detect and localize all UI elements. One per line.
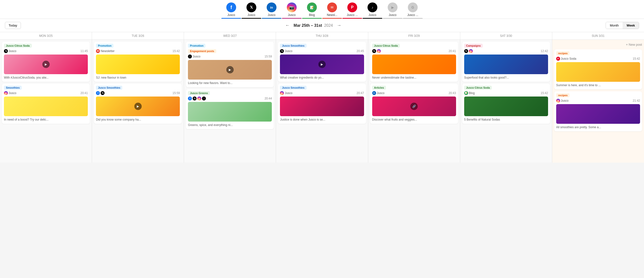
post-meta: ◎ Jusco 20:41 <box>4 91 88 95</box>
post-text: In need of a boost? Try our delic... <box>4 118 88 122</box>
nl-social-icon: ✉ <box>96 49 100 53</box>
day-header-thu: THU 3/28 <box>276 32 368 39</box>
blog-icon: 📝 <box>307 2 317 12</box>
post-tag: Jusco Citrus Soda <box>372 44 400 48</box>
post-text: Greens, spice, and everything ni... <box>188 123 272 127</box>
video-icon: ▶ <box>134 103 142 110</box>
post-card[interactable]: Promotion ✉ Newsletter 15:42 SJ: new fla… <box>94 42 182 82</box>
tt-icon: ♪ <box>368 2 377 12</box>
fb-icon: f <box>226 2 236 12</box>
post-card[interactable]: Jusco Smoothies ◎ Jusco 20:47 Justice is… <box>278 84 366 124</box>
post-tag: Jusco Greens <box>188 91 210 95</box>
post-icons: in Jusco <box>372 91 384 95</box>
post-text: All smoothies are pretty. Some a... <box>556 125 640 130</box>
post-card[interactable]: Jusco Smoothies 𝕏 Jusco 20:45 ▶ What cre… <box>278 42 366 82</box>
post-image <box>556 62 640 82</box>
post-meta: 𝕏 ◎ 20:41 <box>372 49 456 53</box>
post-card[interactable]: recipes P Jusco Soda 15:42 Summer is her… <box>554 49 642 89</box>
post-icons: 𝕏 Jusco <box>4 49 16 53</box>
post-image <box>464 97 548 116</box>
tt-bar <box>362 18 382 19</box>
account-name: Jusco <box>284 91 292 95</box>
post-card[interactable]: Jusco Citrus Soda 📝 Blog 15:42 5 Benefit… <box>462 84 550 124</box>
nav-account-x-label: Jusco <box>248 13 255 17</box>
day-col-wed: Promotion Engagement posts ♪ Jusco 15:59… <box>184 40 276 162</box>
day-header-sat: SAT 3/30 <box>460 32 552 39</box>
nav-account-yt-label: Jusco <box>389 13 396 17</box>
prev-arrow[interactable]: ← <box>285 23 290 28</box>
post-meta: ♪ Jusco 15:59 <box>188 54 272 58</box>
post-card[interactable]: Campaigns 𝕏 ◎ 12:42 Superfood that also … <box>462 42 550 82</box>
x-social-icon: 𝕏 <box>464 49 468 53</box>
post-card[interactable]: Articles in Jusco 20:43 🔗 Discover what … <box>370 84 458 124</box>
ig-social-icon: ◎ <box>280 91 284 95</box>
nav-account-x[interactable]: 𝕏 Jusco <box>242 2 261 19</box>
nl-icon: ✉ <box>327 2 337 12</box>
post-meta: f 𝕏 ◎ ♪ 20:44 <box>188 97 272 100</box>
post-image: 🔗 <box>372 97 456 116</box>
week-view-button[interactable]: Week <box>622 22 639 29</box>
post-icons: ◎ Jusco <box>556 99 568 103</box>
nav-account-tt[interactable]: ♪ Jusco <box>362 2 382 19</box>
post-image: ▶ <box>96 97 180 116</box>
post-icons: ◎ Jusco <box>4 91 16 95</box>
account-name: Jusco <box>8 91 16 95</box>
nav-account-ig[interactable]: 📷 Jusco <box>282 2 302 19</box>
video-icon: ▶ <box>42 61 50 68</box>
post-card[interactable]: Smoothies ◎ Jusco 20:41 In need of a boo… <box>2 84 90 124</box>
post-text: With #JuscoCitrusSoda, you alw... <box>4 76 88 80</box>
post-time: 21:42 <box>633 99 640 102</box>
post-meta: 𝕏 Jusco 20:45 <box>280 49 364 53</box>
post-card[interactable]: Jusco Greens f 𝕏 ◎ ♪ 20:44 Greens, spice… <box>186 89 274 129</box>
post-card[interactable]: Jusco Citrus Soda 𝕏 Jusco 11:45 ▶ With #… <box>2 42 90 82</box>
nav-account-pt-label: Jusco ... <box>347 13 358 17</box>
post-time: 15:42 <box>541 91 548 95</box>
new-post-button[interactable]: + New post <box>554 42 642 47</box>
post-time: 15:59 <box>264 55 272 58</box>
x-social-icon: 𝕏 <box>192 97 196 100</box>
post-card[interactable]: Jusco Smoothies f 𝕏 15:59 ▶ Did you know… <box>94 84 182 124</box>
account-name: Jusco <box>284 49 292 53</box>
pt-bar <box>342 18 362 19</box>
post-text: Looking for new flavors. Want to... <box>188 81 272 85</box>
account-name: Jusco <box>192 55 200 58</box>
post-card[interactable]: Promotion Engagement posts ♪ Jusco 15:59… <box>186 42 274 87</box>
post-time: 11:45 <box>80 49 88 53</box>
post-text: Did you know some company ha... <box>96 118 180 122</box>
month-view-button[interactable]: Month <box>606 22 622 29</box>
nav-account-yt[interactable]: ▶ Jusco <box>383 2 402 19</box>
post-image <box>464 54 548 74</box>
nav-account-li[interactable]: in Jusco <box>262 2 282 19</box>
post-tag: Promotion <box>188 44 206 48</box>
nav-account-g[interactable]: G Jusco ... <box>403 2 422 19</box>
li-icon: in <box>267 2 276 12</box>
day-col-tue: Promotion ✉ Newsletter 15:42 SJ: new fla… <box>92 40 184 162</box>
post-meta: 𝕏 ◎ 12:42 <box>464 49 548 53</box>
post-card[interactable]: Jusco Citrus Soda 𝕏 ◎ 20:41 Never undere… <box>370 42 458 82</box>
post-text: SJ: new flavour in town <box>96 76 180 80</box>
account-name: Jusco <box>377 91 384 95</box>
post-subtag: Engagement posts <box>188 49 216 53</box>
li-bar <box>262 18 282 19</box>
today-button[interactable]: Today <box>5 22 21 29</box>
post-card[interactable]: recipes ◎ Jusco 21:42 All smoothies are … <box>554 91 642 131</box>
post-tag: Jusco Citrus Soda <box>4 44 32 48</box>
post-meta: f 𝕏 15:59 <box>96 91 180 95</box>
nav-account-nl[interactable]: ✉ Newsl... <box>322 2 342 19</box>
nav-account-blog[interactable]: 📝 Blog <box>302 2 322 19</box>
post-meta: ◎ Jusco 20:47 <box>280 91 364 95</box>
calendar-grid: MON 3/25 TUE 3/26 WED 3/27 THU 3/28 FRI … <box>0 32 644 162</box>
next-arrow[interactable]: → <box>337 23 341 28</box>
g-icon: G <box>408 2 418 12</box>
post-image <box>372 54 456 74</box>
nav-account-pt[interactable]: P Jusco ... <box>342 2 362 19</box>
account-name: Jusco <box>561 99 568 102</box>
post-meta: ◎ Jusco 21:42 <box>556 99 640 103</box>
ig-social-icon: ◎ <box>197 97 201 100</box>
nav-account-fb[interactable]: f Jusco <box>222 2 241 19</box>
yt-bar <box>383 18 402 19</box>
nav-account-nl-label: Newsl... <box>327 13 338 17</box>
post-tag: Promotion <box>96 44 114 48</box>
post-time: 20:47 <box>357 91 364 95</box>
x-social-icon: 𝕏 <box>280 49 284 53</box>
